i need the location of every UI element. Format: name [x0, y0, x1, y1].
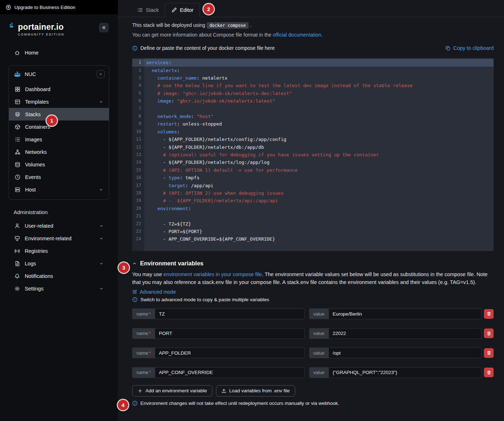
env-value-input[interactable] — [329, 328, 481, 339]
sidebar-item-user-related[interactable]: User-related — [9, 219, 109, 232]
delete-variable-button[interactable] — [484, 348, 494, 358]
compose-info-suffix: . — [321, 32, 323, 38]
env-name-input[interactable] — [155, 347, 305, 358]
sidebar-item-templates[interactable]: Templates — [9, 95, 109, 108]
containers-icon — [15, 124, 20, 130]
sidebar-item-events[interactable]: Events — [9, 171, 109, 183]
sidebar-item-label: Templates — [25, 99, 49, 105]
delete-variable-button[interactable] — [484, 309, 494, 319]
env-value-input[interactable] — [329, 347, 481, 358]
sidebar-item-environment-related[interactable]: Environment-related — [9, 232, 109, 245]
env-value-label: value — [309, 328, 329, 339]
code-line: volumes: — [144, 128, 494, 136]
env-name-input[interactable] — [155, 367, 305, 378]
stacks-icon — [15, 112, 20, 117]
environment-menu: DashboardTemplatesStacksContainersImages… — [9, 83, 109, 196]
sidebar-item-notifications[interactable]: Notifications — [9, 270, 109, 282]
env-name-group: name* — [132, 367, 305, 378]
environment-variables-toggle[interactable]: Environment variables — [132, 260, 203, 267]
env-name-label: name* — [132, 367, 155, 378]
code-editor[interactable]: 123456789101112131415161718192021222324 … — [132, 58, 494, 251]
copy-label: Copy to clipboard — [453, 45, 494, 51]
env-vars-compose-link[interactable]: environment variables in your compose fi… — [163, 271, 262, 277]
env-value-input[interactable] — [329, 308, 481, 319]
env-value-input[interactable] — [329, 367, 481, 378]
arrow-up-circle-icon — [6, 5, 11, 10]
tab-stack[interactable]: Stack — [131, 3, 165, 17]
chevron-down-icon — [99, 236, 104, 241]
sidebar-item-label: Dashboard — [25, 86, 51, 92]
desc-prefix: You may use — [132, 271, 163, 277]
add-environment-variable-button[interactable]: Add an environment variable — [132, 385, 212, 397]
line-number: 3 — [132, 74, 144, 82]
tab-editor[interactable]: Editor — [165, 3, 200, 17]
code-line: network_mode: "host" — [144, 113, 494, 120]
tab-label: Editor — [180, 7, 193, 13]
sidebar-item-networks[interactable]: Networks — [9, 146, 109, 158]
users-icon — [14, 223, 20, 229]
env-name-input[interactable] — [155, 328, 305, 339]
env-value-group: value — [309, 367, 482, 378]
sidebar: Upgrade to Business Edition portainer.io… — [0, 0, 118, 421]
env-name-input[interactable] — [155, 308, 305, 319]
collapse-sidebar-button[interactable] — [99, 23, 109, 32]
sidebar-item-dashboard[interactable]: Dashboard — [9, 83, 109, 95]
upgrade-business-button[interactable]: Upgrade to Business Edition — [0, 0, 118, 14]
env-name-group: name* — [132, 347, 305, 358]
environments-icon — [14, 236, 20, 241]
code-line: # image: "ghcr.io/jokob-sk/netalertx-dev… — [144, 90, 494, 97]
required-mark: * — [149, 350, 151, 356]
switch-hint-text: Switch to advanced mode to copy & paste … — [140, 297, 269, 302]
delete-variable-button[interactable] — [484, 328, 494, 338]
code-line — [144, 212, 494, 220]
home-icon — [14, 50, 20, 56]
deploy-suffix: . — [250, 22, 251, 28]
sidebar-item-label: Images — [25, 137, 42, 142]
environment-variables-title: Environment variables — [140, 260, 203, 267]
env-value-group: value — [309, 308, 482, 319]
collapse-icon — [101, 25, 107, 30]
code-line: # (optional) useful for debugging if you… — [144, 151, 494, 159]
sidebar-item-host[interactable]: Host — [9, 183, 109, 196]
compose-format-info: You can get more information about Compo… — [132, 32, 494, 38]
sidebar-item-images[interactable]: Images — [9, 133, 109, 146]
copy-to-clipboard-button[interactable]: Copy to clipboard — [445, 45, 494, 51]
code-line: services: — [144, 59, 494, 66]
line-number: 10 — [132, 128, 144, 136]
dashboard-icon — [15, 86, 20, 92]
sidebar-item-label: Environment-related — [25, 236, 72, 241]
sidebar-item-logs[interactable]: Logs — [9, 257, 109, 270]
define-hint-text: Define or paste the content of your dock… — [140, 45, 275, 51]
info-icon — [132, 297, 138, 302]
sidebar-item-volumes[interactable]: Volumes — [9, 158, 109, 171]
sidebar-item-registries[interactable]: Registries — [9, 245, 109, 257]
docker-compose-chip: docker compose — [207, 22, 249, 29]
line-number: 13 — [132, 151, 144, 159]
advanced-mode-link[interactable]: Advanced mode — [132, 289, 176, 295]
line-number: 17 — [132, 182, 144, 189]
env-variable-rows: name*valuename*valuename*valuename*value — [132, 308, 494, 378]
sidebar-item-stacks[interactable]: Stacks — [9, 108, 109, 120]
info-icon — [132, 46, 138, 51]
line-number: 8 — [132, 113, 144, 120]
env-name-label: name* — [132, 328, 155, 339]
app-root: Upgrade to Business Edition portainer.io… — [0, 0, 504, 421]
sidebar-item-settings[interactable]: Settings — [9, 282, 109, 295]
env-variable-row: name*value — [132, 367, 494, 378]
sidebar-item-containers[interactable]: Containers — [9, 120, 109, 133]
editor-code-area: services: netalertx: container_name: net… — [144, 58, 494, 251]
brand: portainer.io COMMUNITY EDITION — [0, 14, 118, 36]
close-environment-button[interactable] — [97, 70, 105, 78]
sidebar-item-label: User-related — [25, 223, 53, 229]
load-env-file-button[interactable]: Load variables from .env file — [216, 385, 295, 397]
sidebar-item-home[interactable]: Home — [9, 46, 109, 59]
official-documentation-link[interactable]: official documentation — [273, 32, 321, 38]
environment-name: NUC — [25, 71, 93, 77]
sidebar-item-label: Events — [25, 174, 41, 180]
annotation-badge-4: 4 — [118, 400, 128, 410]
networks-icon — [15, 149, 20, 155]
line-number: 7 — [132, 105, 144, 113]
delete-variable-button[interactable] — [484, 368, 494, 377]
pencil-icon — [171, 7, 177, 13]
env-variable-row: name*value — [132, 347, 494, 358]
